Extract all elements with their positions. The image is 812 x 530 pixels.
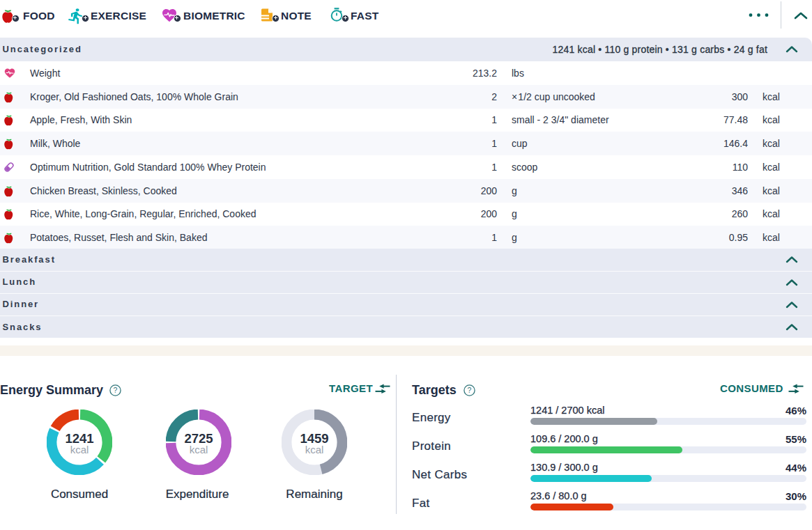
svg-text:kcal: kcal [305,444,324,455]
svg-text:?: ? [468,386,472,394]
svg-text:kcal: kcal [190,444,208,455]
svg-text:kcal: kcal [70,444,89,455]
svg-text:?: ? [113,386,117,394]
